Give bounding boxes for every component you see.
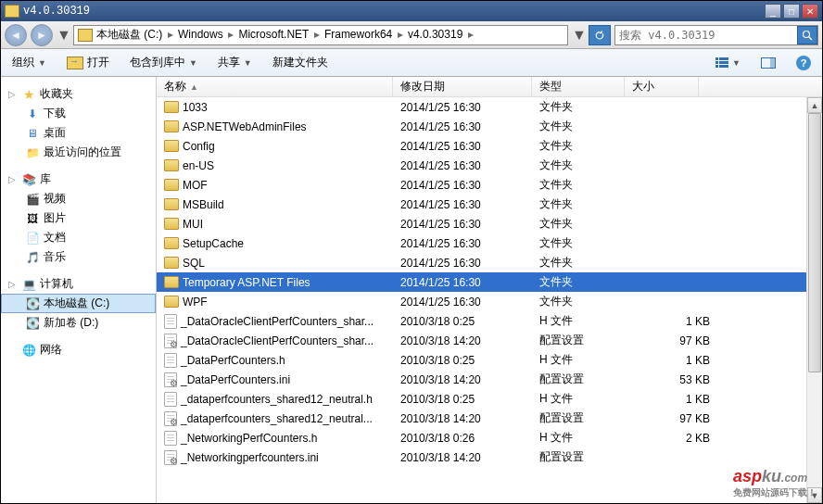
file-type: H 文件 [532,391,625,407]
navigation-pane: ▷★收藏夹 ⬇下载 🖥桌面 📁最近访问的位置 ▷📚库 🎬视频 🖼图片 📄文档 🎵… [1,77,157,503]
file-date: 2014/1/25 16:30 [393,179,532,192]
history-dropdown[interactable]: ▼ [57,27,70,44]
window-title: v4.0.30319 [23,5,765,18]
recent-icon: 📁 [25,146,40,159]
file-date: 2014/1/25 16:30 [393,120,532,133]
scroll-thumb[interactable] [808,113,821,372]
file-row[interactable]: ASP.NETWebAdminFiles2014/1/25 16:30文件夹 [157,117,822,136]
sidebar-item-drive-c[interactable]: 💽本地磁盘 (C:) [1,294,156,313]
file-row[interactable]: _DataOracleClientPerfCounters_shar...201… [157,311,822,331]
ini-icon [164,450,177,465]
column-header-type[interactable]: 类型 [532,77,625,96]
file-row[interactable]: WPF2014/1/25 16:30文件夹 [157,292,822,311]
file-row[interactable]: SQL2014/1/25 16:30文件夹 [157,253,822,272]
preview-pane-button[interactable] [757,56,779,70]
file-date: 2014/1/25 16:30 [393,237,532,250]
help-button[interactable]: ? [792,54,815,72]
file-row[interactable]: Temporary ASP.NET Files2014/1/25 16:30文件… [157,272,822,292]
include-in-library-button[interactable]: 包含到库中▼ [126,53,201,72]
folder-icon [164,179,179,191]
sidebar-item-drive-d[interactable]: 💽新加卷 (D:) [1,313,156,333]
forward-button[interactable]: ► [31,24,53,46]
search-input[interactable] [615,29,797,42]
sidebar-item-desktop[interactable]: 🖥桌面 [1,123,156,143]
file-row[interactable]: 10332014/1/25 16:30文件夹 [157,97,822,117]
file-row[interactable]: MSBuild2014/1/25 16:30文件夹 [157,195,822,214]
file-row[interactable]: _Networkingperfcounters.ini2010/3/18 14:… [157,447,822,467]
window-titlebar: v4.0.30319 _ □ ✕ [1,1,822,21]
file-name: SQL [183,257,205,270]
maximize-button[interactable]: □ [783,4,800,19]
file-type: 配置设置 [532,410,625,426]
sidebar-network-header[interactable]: 🌐网络 [1,340,156,359]
sidebar-item-documents[interactable]: 📄文档 [1,228,156,247]
file-date: 2010/3/18 0:25 [393,354,532,367]
file-list-pane: 名称▲ 修改日期 类型 大小 10332014/1/25 16:30文件夹ASP… [157,77,822,503]
sidebar-item-downloads[interactable]: ⬇下载 [1,104,156,123]
file-row[interactable]: Config2014/1/25 16:30文件夹 [157,136,822,156]
file-row[interactable]: _DataOracleClientPerfCounters_shar...201… [157,331,822,350]
sidebar-item-pictures[interactable]: 🖼图片 [1,208,156,228]
ini-icon [164,334,177,348]
new-folder-button[interactable]: 新建文件夹 [269,53,332,72]
file-date: 2014/1/25 16:30 [393,296,532,309]
breadcrumb-item[interactable]: Framework64 [324,28,392,41]
open-button[interactable]: 打开 [63,53,113,72]
share-button[interactable]: 共享▼ [214,53,256,72]
minimize-button[interactable]: _ [765,4,781,19]
file-type: 文件夹 [532,255,625,271]
column-header-size[interactable]: 大小 [625,77,699,96]
file-row[interactable]: _DataPerfCounters.ini2010/3/18 14:20配置设置… [157,370,822,389]
sidebar-item-recent[interactable]: 📁最近访问的位置 [1,143,156,162]
breadcrumb-item[interactable]: 本地磁盘 (C:) [96,28,162,41]
address-dropdown[interactable]: ▼ [572,27,585,44]
address-bar: ◄ ► ▼ 本地磁盘 (C:) ▸ Windows ▸ Microsoft.NE… [1,21,822,49]
sort-indicator-icon: ▲ [190,82,198,92]
file-type: 文件夹 [532,216,625,232]
file-date: 2014/1/25 16:30 [393,257,532,270]
folder-icon [164,237,179,249]
file-size: 1 KB [625,315,717,328]
file-date: 2010/3/18 0:25 [393,393,532,406]
back-button[interactable]: ◄ [5,24,27,46]
column-header-name[interactable]: 名称▲ [157,77,393,96]
sidebar-favorites-header[interactable]: ▷★收藏夹 [1,84,156,104]
breadcrumb[interactable]: 本地磁盘 (C:) ▸ Windows ▸ Microsoft.NET ▸ Fr… [73,25,568,45]
file-type: 文件夹 [532,99,625,115]
file-row[interactable]: MOF2014/1/25 16:30文件夹 [157,175,822,195]
file-name: _dataperfcounters_shared12_neutral... [181,412,373,425]
breadcrumb-item[interactable]: Microsoft.NET [238,28,309,41]
file-name: SetupCache [183,237,244,250]
file-date: 2014/1/25 16:30 [393,218,532,231]
file-row[interactable]: _NetworkingPerfCounters.h2010/3/18 0:26H… [157,428,822,447]
sidebar-library-header[interactable]: ▷📚库 [1,170,156,189]
close-button[interactable]: ✕ [802,4,818,19]
file-type: 配置设置 [532,449,625,465]
breadcrumb-item[interactable]: Windows [178,28,223,41]
sidebar-item-videos[interactable]: 🎬视频 [1,189,156,208]
breadcrumb-item[interactable]: v4.0.30319 [408,28,462,41]
sidebar-computer-header[interactable]: ▷💻计算机 [1,274,156,294]
refresh-button[interactable] [589,25,611,45]
scrollbar-vertical[interactable]: ▲ ▼ [806,97,822,503]
document-icon: 📄 [25,232,40,245]
file-row[interactable]: en-US2014/1/25 16:30文件夹 [157,156,822,175]
file-row[interactable]: _DataPerfCounters.h2010/3/18 0:25H 文件1 K… [157,350,822,370]
file-row[interactable]: MUI2014/1/25 16:30文件夹 [157,214,822,233]
file-row[interactable]: SetupCache2014/1/25 16:30文件夹 [157,233,822,253]
file-row[interactable]: _dataperfcounters_shared12_neutral...201… [157,409,822,428]
file-icon [164,431,177,446]
file-date: 2010/3/18 14:20 [393,334,532,347]
file-size: 2 KB [625,432,717,445]
sidebar-item-music[interactable]: 🎵音乐 [1,247,156,267]
file-date: 2010/3/18 14:20 [393,373,532,386]
file-size: 1 KB [625,354,717,367]
file-icon [164,314,177,329]
organize-button[interactable]: 组织▼ [8,53,50,72]
scroll-up-button[interactable]: ▲ [807,97,822,113]
view-button[interactable]: ▼ [712,56,744,69]
column-header-date[interactable]: 修改日期 [393,77,532,96]
desktop-icon: 🖥 [25,127,40,140]
search-button[interactable] [797,26,817,44]
file-row[interactable]: _dataperfcounters_shared12_neutral.h2010… [157,389,822,409]
